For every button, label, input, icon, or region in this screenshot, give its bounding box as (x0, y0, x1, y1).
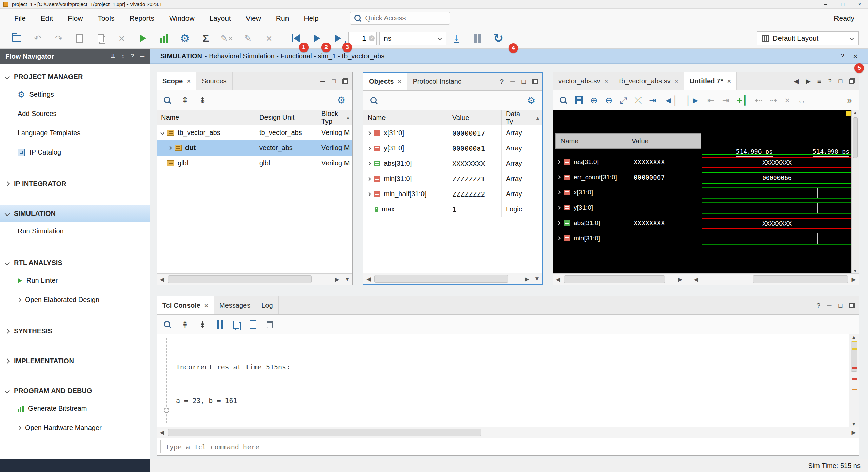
chevron-right-icon[interactable] (367, 162, 371, 165)
column-name[interactable]: Name (556, 137, 628, 145)
objects-horizontal-scrollbar[interactable]: ◀ ▶ ▼ (363, 273, 542, 284)
close-tab-icon[interactable]: × (604, 78, 608, 85)
column-name[interactable]: Name (363, 110, 448, 125)
tcl-command-input[interactable] (160, 440, 855, 453)
quick-access-input[interactable] (365, 14, 433, 22)
collapse-all-icon[interactable]: ⇞ (181, 320, 189, 329)
scope-horizontal-scrollbar[interactable]: ◀ ▶ ▼ (157, 273, 352, 285)
swap-right-icon[interactable]: ⇥ (722, 96, 730, 105)
tab-log[interactable]: Log (256, 296, 278, 314)
scrollbar-thumb[interactable] (564, 275, 665, 283)
menu-edit[interactable]: Edit (33, 9, 60, 28)
previous-transition-icon[interactable]: ◄│ (664, 96, 678, 105)
search-icon[interactable] (164, 97, 171, 104)
chevron-right-icon[interactable] (557, 175, 560, 179)
close-simulation-icon[interactable]: × (853, 52, 858, 61)
wave-signal-x[interactable]: x[31:0] (555, 185, 629, 200)
chevron-right-icon[interactable] (367, 146, 371, 150)
item-generate-bitstream[interactable]: Generate Bitstream (0, 399, 150, 418)
menu-view[interactable]: View (238, 9, 269, 28)
help-icon[interactable]: ? (828, 78, 832, 85)
console-horizontal-scrollbar[interactable]: ◀ ▶ (157, 427, 859, 438)
item-ip-catalog[interactable]: IP Catalog (0, 143, 150, 162)
scroll-down-icon[interactable]: ▼ (853, 268, 857, 273)
wave-signal-y[interactable]: y[31:0] (555, 200, 629, 215)
edit-disabled-button-3[interactable]: × (258, 29, 279, 47)
undo-button[interactable]: ↶ (27, 29, 48, 47)
item-run-linter[interactable]: Run Linter (0, 271, 150, 290)
maximize-panel-icon[interactable]: □ (839, 302, 842, 309)
section-simulation[interactable]: SIMULATION (0, 205, 150, 222)
scrollbar-thumb[interactable] (753, 275, 848, 283)
scroll-up-icon[interactable]: ▲ (533, 115, 542, 121)
section-program-and-debug[interactable]: PROGRAM AND DEBUG (0, 383, 150, 399)
run-flow-button[interactable] (132, 29, 153, 47)
next-transition-icon[interactable]: │► (686, 96, 700, 105)
clear-time-icon[interactable]: × (369, 35, 375, 41)
search-icon[interactable] (370, 97, 378, 104)
scroll-right-icon[interactable]: ▶ (849, 276, 859, 283)
scroll-right-icon[interactable]: ▶ (332, 276, 342, 283)
report-output-icon[interactable] (250, 320, 256, 329)
layout-selector[interactable]: Default Layout (757, 31, 859, 45)
wave-vertical-scrollbar[interactable]: ▲ ▼ (851, 110, 859, 273)
maximize-panel-icon[interactable]: □ (839, 78, 842, 85)
scroll-left-icon[interactable]: ◀ (691, 276, 701, 283)
relaunch-simulation-button[interactable]: ↻ (488, 29, 509, 47)
report-button[interactable]: Σ (195, 29, 216, 47)
tab-vector-abs-sv[interactable]: vector_abs.sv × (553, 72, 614, 90)
chevron-right-icon[interactable] (557, 221, 560, 225)
step-button[interactable]: ↓ (446, 29, 467, 47)
section-project-manager[interactable]: PROJECT MANAGER (0, 68, 150, 85)
program-device-button[interactable] (153, 29, 174, 47)
settings-button[interactable]: ⚙ (174, 29, 195, 47)
column-value[interactable]: Value (448, 110, 502, 125)
chevron-right-icon[interactable] (557, 206, 560, 209)
close-tab-icon[interactable]: × (398, 78, 401, 85)
menu-flow[interactable]: Flow (60, 9, 90, 28)
scope-row-tb-vector-abs[interactable]: tb_vector_abs tb_vector_abs Verilog M (157, 125, 352, 140)
column-name[interactable]: Name (157, 110, 255, 125)
simulation-time-input[interactable] (349, 34, 368, 42)
float-panel-icon[interactable] (532, 79, 538, 84)
column-block-type[interactable]: Block Typ (317, 110, 343, 125)
copy-output-icon[interactable] (233, 321, 239, 329)
minimize-panel-icon[interactable]: ─ (510, 78, 515, 85)
object-row-x[interactable]: x[31:0] 00000017 Array (363, 125, 542, 141)
tab-list-icon[interactable]: ≡ (817, 78, 821, 85)
scroll-down-icon[interactable]: ▼ (342, 276, 352, 283)
item-settings[interactable]: ⚙ Settings (0, 85, 150, 104)
scroll-up-icon[interactable]: ▲ (852, 334, 856, 340)
wave-horizontal-scrollbar[interactable]: ◀ ▶ ◀ ▶ (553, 273, 859, 285)
close-tab-icon[interactable]: × (675, 78, 678, 85)
tab-scroll-left-icon[interactable]: ◀ (794, 77, 799, 85)
toolbar-overflow-icon[interactable]: » (847, 96, 852, 105)
scroll-left-icon[interactable]: ◀ (157, 276, 167, 283)
scroll-left-icon[interactable]: ◀ (553, 276, 563, 283)
console-output[interactable]: Incorrect res at time 515ns: a = 23, b =… (157, 334, 859, 427)
menu-reports[interactable]: Reports (122, 9, 162, 28)
expand-all-icon[interactable]: ⇟ (199, 320, 206, 329)
expand-all-icon[interactable]: ⇟ (199, 96, 206, 105)
save-file-button[interactable] (69, 29, 90, 47)
object-row-abs[interactable]: abs[31:0] XXXXXXXX Array (363, 156, 542, 171)
edit-disabled-button-1[interactable]: ✎× (216, 29, 237, 47)
object-row-min[interactable]: min[31:0] ZZZZZZZ1 Array (363, 171, 542, 186)
item-open-elaborated-design[interactable]: Open Elaborated Design (0, 290, 150, 309)
tab-protocol-instances[interactable]: Protocol Instanc (407, 73, 467, 90)
menu-layout[interactable]: Layout (202, 9, 238, 28)
help-icon[interactable]: ? (816, 302, 820, 309)
wave-signal-res[interactable]: res[31:0] (555, 154, 629, 169)
pause-output-icon[interactable] (217, 320, 223, 329)
chevron-down-icon[interactable] (160, 131, 164, 135)
column-value[interactable]: Value (628, 137, 649, 145)
scroll-up-icon[interactable]: ▲ (853, 110, 857, 115)
minimize-panel-icon[interactable]: ─ (827, 302, 831, 309)
scrollbar-thumb[interactable] (168, 275, 312, 283)
tab-tb-vector-abs-sv[interactable]: tb_vector_abs.sv × (614, 72, 684, 90)
section-synthesis[interactable]: SYNTHESIS (0, 323, 150, 339)
tab-messages[interactable]: Messages (214, 296, 256, 314)
next-marker-icon[interactable]: ⇢ (770, 96, 777, 105)
close-tab-icon[interactable]: × (204, 302, 208, 309)
section-implementation[interactable]: IMPLEMENTATION (0, 353, 150, 369)
